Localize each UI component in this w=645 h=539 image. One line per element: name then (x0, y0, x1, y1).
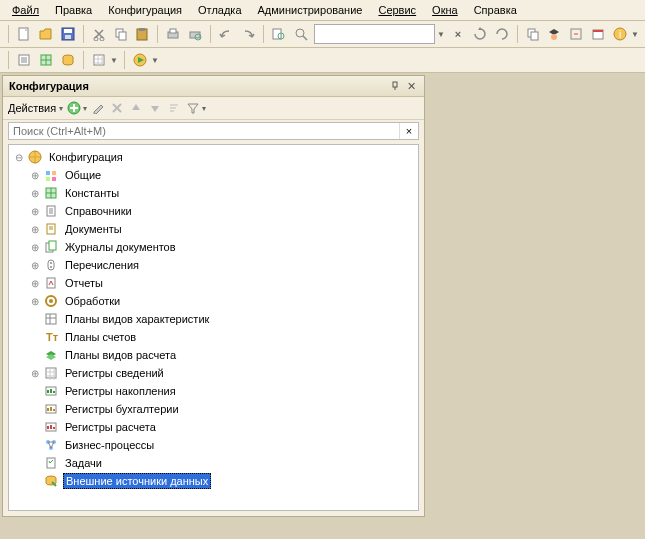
menu-file[interactable]: Файл (6, 2, 45, 18)
add-icon[interactable] (66, 100, 82, 116)
expand-icon[interactable] (29, 439, 41, 451)
run-dropdown-icon[interactable]: ▼ (151, 56, 159, 65)
expand-icon[interactable] (29, 421, 41, 433)
tree-item[interactable]: Регистры накопления (9, 382, 418, 400)
menu-help[interactable]: Справка (468, 2, 523, 18)
tree-item-label: Константы (63, 186, 121, 200)
expand-icon[interactable] (29, 331, 41, 343)
tree-item[interactable]: ⊕Обработки (9, 292, 418, 310)
grid-green-icon[interactable] (37, 51, 55, 69)
expand-icon[interactable]: ⊕ (29, 277, 41, 289)
menu-debug[interactable]: Отладка (192, 2, 247, 18)
tree-search-input[interactable] (9, 123, 399, 139)
copy-icon[interactable] (112, 25, 130, 43)
tree-item[interactable]: Задачи (9, 454, 418, 472)
filter-dropdown-icon[interactable]: ▾ (202, 104, 206, 113)
edit-icon[interactable] (90, 100, 106, 116)
menu-service[interactable]: Сервис (372, 2, 422, 18)
new-doc-icon[interactable] (15, 25, 33, 43)
list-icon[interactable] (15, 51, 33, 69)
tree-item[interactable]: Планы видов расчета (9, 346, 418, 364)
sort-icon[interactable] (166, 100, 182, 116)
expand-icon[interactable]: ⊕ (29, 259, 41, 271)
up-icon[interactable] (128, 100, 144, 116)
expand-icon[interactable]: ⊕ (29, 367, 41, 379)
db-icon[interactable] (59, 51, 77, 69)
expand-icon[interactable] (29, 475, 41, 487)
tree-item[interactable]: ⊕Перечисления (9, 256, 418, 274)
expand-icon[interactable]: ⊕ (29, 223, 41, 235)
tree-item[interactable]: Планы видов характеристик (9, 310, 418, 328)
expand-icon[interactable]: ⊕ (29, 169, 41, 181)
info-dropdown-icon[interactable]: ▼ (631, 30, 639, 39)
menu-edit[interactable]: Правка (49, 2, 98, 18)
save-icon[interactable] (59, 25, 77, 43)
zoom-icon[interactable] (292, 25, 310, 43)
refresh-icon[interactable] (471, 25, 489, 43)
print-preview-icon[interactable] (186, 25, 204, 43)
redo-icon[interactable] (239, 25, 257, 43)
expand-icon[interactable] (29, 457, 41, 469)
tree-search-clear-icon[interactable]: × (399, 123, 418, 139)
undo-icon[interactable] (217, 25, 235, 43)
delete-icon[interactable] (109, 100, 125, 116)
open-folder-icon[interactable] (37, 25, 55, 43)
expand-icon[interactable] (29, 313, 41, 325)
tree-item[interactable]: ⊕Общие (9, 166, 418, 184)
svg-text:Тт: Тт (46, 331, 58, 343)
panel-close-icon[interactable]: ✕ (404, 79, 418, 93)
menu-windows[interactable]: Окна (426, 2, 464, 18)
expand-icon[interactable] (29, 385, 41, 397)
paste-icon[interactable] (133, 25, 151, 43)
filter-icon[interactable] (185, 100, 201, 116)
tree-root[interactable]: ⊖ Конфигурация (9, 148, 418, 166)
expand-icon[interactable] (29, 403, 41, 415)
search-clear-icon[interactable]: × (449, 25, 467, 43)
menu-config[interactable]: Конфигурация (102, 2, 188, 18)
calendar-icon[interactable] (589, 25, 607, 43)
panel-pin-icon[interactable] (388, 79, 402, 93)
tree-item[interactable]: ТтПланы счетов (9, 328, 418, 346)
copy2-icon[interactable] (524, 25, 542, 43)
tree-item[interactable]: Регистры расчета (9, 418, 418, 436)
char-types-icon (43, 311, 59, 327)
expand-icon[interactable]: ⊖ (13, 151, 25, 163)
expand-icon[interactable]: ⊕ (29, 241, 41, 253)
refresh2-icon[interactable] (493, 25, 511, 43)
tool-icon[interactable] (567, 25, 585, 43)
tree-item[interactable]: Внешние источники данных (9, 472, 418, 490)
config-tree[interactable]: ⊖ Конфигурация ⊕Общие⊕Константы⊕Справочн… (8, 144, 419, 511)
menu-admin[interactable]: Администрирование (252, 2, 369, 18)
expand-icon[interactable]: ⊕ (29, 295, 41, 307)
panel-title: Конфигурация (9, 80, 386, 92)
info-registers-icon (43, 365, 59, 381)
search-box[interactable] (314, 24, 435, 44)
search-dropdown-icon[interactable]: ▼ (437, 30, 445, 39)
grid-icon[interactable] (90, 51, 108, 69)
user-graduate-icon[interactable] (545, 25, 563, 43)
expand-icon[interactable]: ⊕ (29, 205, 41, 217)
grid-dropdown-icon[interactable]: ▼ (110, 56, 118, 65)
acct-registers-icon (43, 401, 59, 417)
cut-icon[interactable] (90, 25, 108, 43)
info-icon[interactable]: i (611, 25, 629, 43)
tree-item[interactable]: ⊕Журналы документов (9, 238, 418, 256)
tree-item[interactable]: ⊕Константы (9, 184, 418, 202)
tree-item[interactable]: Регистры бухгалтерии (9, 400, 418, 418)
down-icon[interactable] (147, 100, 163, 116)
expand-icon[interactable] (29, 349, 41, 361)
tree-item[interactable]: ⊕Справочники (9, 202, 418, 220)
expand-icon[interactable]: ⊕ (29, 187, 41, 199)
tree-item[interactable]: ⊕Регистры сведений (9, 364, 418, 382)
print-icon[interactable] (164, 25, 182, 43)
tree-item[interactable]: Бизнес-процессы (9, 436, 418, 454)
tree-item[interactable]: ⊕Отчеты (9, 274, 418, 292)
run-icon[interactable] (131, 51, 149, 69)
tree-item[interactable]: ⊕Документы (9, 220, 418, 238)
actions-dropdown-icon[interactable]: ▾ (59, 104, 63, 113)
search-input[interactable] (315, 28, 434, 40)
processing-icon (43, 293, 59, 309)
add-dropdown-icon[interactable]: ▾ (83, 104, 87, 113)
actions-label[interactable]: Действия (8, 102, 56, 114)
find-icon[interactable] (270, 25, 288, 43)
